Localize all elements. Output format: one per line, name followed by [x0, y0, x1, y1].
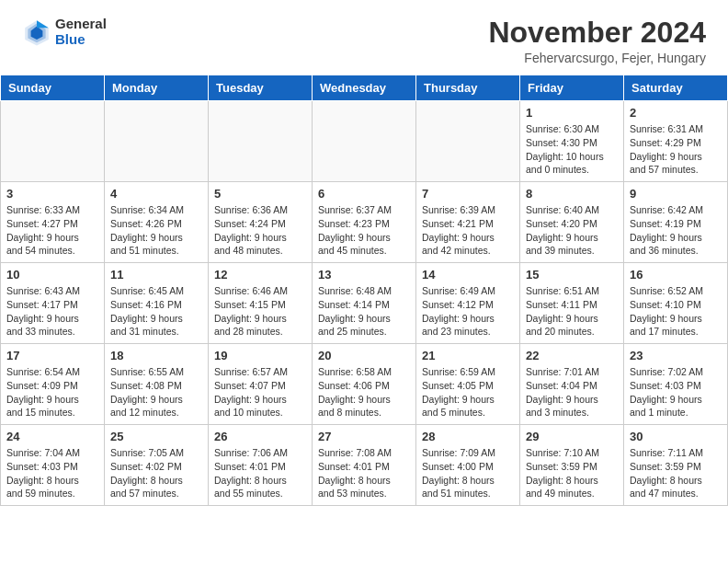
calendar-cell: 14Sunrise: 6:49 AMSunset: 4:12 PMDayligh… — [416, 263, 520, 344]
calendar-week-2: 3Sunrise: 6:33 AMSunset: 4:27 PMDaylight… — [1, 182, 728, 263]
day-number: 13 — [318, 268, 410, 282]
location: Fehervarcsurgo, Fejer, Hungary — [488, 51, 706, 65]
day-number: 25 — [110, 430, 202, 443]
calendar-cell: 29Sunrise: 7:10 AMSunset: 3:59 PMDayligh… — [520, 425, 624, 506]
logo-icon — [22, 17, 51, 47]
calendar-week-5: 24Sunrise: 7:04 AMSunset: 4:03 PMDayligh… — [1, 425, 728, 506]
calendar-cell: 16Sunrise: 6:52 AMSunset: 4:10 PMDayligh… — [624, 263, 728, 344]
day-number: 1 — [526, 106, 618, 120]
day-number: 10 — [6, 268, 98, 282]
day-info: Sunrise: 6:54 AMSunset: 4:09 PMDaylight:… — [6, 365, 98, 419]
calendar-cell: 28Sunrise: 7:09 AMSunset: 4:00 PMDayligh… — [416, 425, 520, 506]
day-number: 7 — [422, 187, 514, 201]
weekday-header-friday: Friday — [520, 75, 624, 101]
day-info: Sunrise: 6:33 AMSunset: 4:27 PMDaylight:… — [6, 203, 98, 258]
calendar-cell — [416, 101, 520, 182]
calendar-cell: 23Sunrise: 7:02 AMSunset: 4:03 PMDayligh… — [624, 344, 728, 425]
day-info: Sunrise: 6:58 AMSunset: 4:06 PMDaylight:… — [318, 365, 410, 419]
day-info: Sunrise: 7:05 AMSunset: 4:02 PMDaylight:… — [110, 446, 202, 500]
calendar-cell: 13Sunrise: 6:48 AMSunset: 4:14 PMDayligh… — [313, 263, 416, 344]
calendar-table: SundayMondayTuesdayWednesdayThursdayFrid… — [0, 75, 728, 506]
day-number: 12 — [214, 268, 306, 282]
calendar-cell: 7Sunrise: 6:39 AMSunset: 4:21 PMDaylight… — [416, 182, 520, 263]
weekday-header-monday: Monday — [105, 75, 209, 101]
day-info: Sunrise: 6:57 AMSunset: 4:07 PMDaylight:… — [214, 365, 306, 419]
calendar-cell: 22Sunrise: 7:01 AMSunset: 4:04 PMDayligh… — [520, 344, 624, 425]
day-number: 17 — [6, 349, 98, 362]
calendar-cell: 8Sunrise: 6:40 AMSunset: 4:20 PMDaylight… — [520, 182, 624, 263]
calendar-cell: 27Sunrise: 7:08 AMSunset: 4:01 PMDayligh… — [313, 425, 416, 506]
calendar-cell: 26Sunrise: 7:06 AMSunset: 4:01 PMDayligh… — [209, 425, 313, 506]
day-info: Sunrise: 6:37 AMSunset: 4:23 PMDaylight:… — [318, 203, 410, 258]
calendar-cell: 10Sunrise: 6:43 AMSunset: 4:17 PMDayligh… — [1, 263, 105, 344]
calendar-cell: 19Sunrise: 6:57 AMSunset: 4:07 PMDayligh… — [209, 344, 313, 425]
calendar-cell — [313, 101, 416, 182]
day-number: 4 — [110, 187, 202, 201]
day-info: Sunrise: 6:59 AMSunset: 4:05 PMDaylight:… — [422, 365, 514, 419]
day-info: Sunrise: 6:30 AMSunset: 4:30 PMDaylight:… — [526, 122, 618, 177]
day-info: Sunrise: 6:45 AMSunset: 4:16 PMDaylight:… — [110, 284, 202, 339]
day-number: 14 — [422, 268, 514, 282]
day-info: Sunrise: 7:02 AMSunset: 4:03 PMDaylight:… — [630, 365, 722, 419]
day-number: 19 — [214, 349, 306, 362]
day-info: Sunrise: 6:39 AMSunset: 4:21 PMDaylight:… — [422, 203, 514, 258]
day-number: 2 — [630, 106, 722, 120]
calendar-cell: 6Sunrise: 6:37 AMSunset: 4:23 PMDaylight… — [313, 182, 416, 263]
day-info: Sunrise: 6:49 AMSunset: 4:12 PMDaylight:… — [422, 284, 514, 339]
day-number: 3 — [6, 187, 98, 201]
day-number: 8 — [526, 187, 618, 201]
logo-general: General — [55, 17, 107, 32]
header: General Blue November 2024 Fehervarcsurg… — [0, 0, 728, 75]
day-info: Sunrise: 6:31 AMSunset: 4:29 PMDaylight:… — [630, 122, 722, 177]
calendar-cell: 1Sunrise: 6:30 AMSunset: 4:30 PMDaylight… — [520, 101, 624, 182]
day-info: Sunrise: 6:48 AMSunset: 4:14 PMDaylight:… — [318, 284, 410, 339]
day-number: 24 — [6, 430, 98, 443]
day-info: Sunrise: 6:42 AMSunset: 4:19 PMDaylight:… — [630, 203, 722, 258]
calendar-cell: 2Sunrise: 6:31 AMSunset: 4:29 PMDaylight… — [624, 101, 728, 182]
calendar-cell: 11Sunrise: 6:45 AMSunset: 4:16 PMDayligh… — [105, 263, 209, 344]
day-number: 21 — [422, 349, 514, 362]
day-info: Sunrise: 6:40 AMSunset: 4:20 PMDaylight:… — [526, 203, 618, 258]
day-number: 20 — [318, 349, 410, 362]
day-info: Sunrise: 6:46 AMSunset: 4:15 PMDaylight:… — [214, 284, 306, 339]
logo-blue: Blue — [55, 32, 107, 48]
logo: General Blue — [22, 17, 107, 47]
day-number: 30 — [630, 430, 722, 443]
day-info: Sunrise: 7:10 AMSunset: 3:59 PMDaylight:… — [526, 446, 618, 500]
day-number: 18 — [110, 349, 202, 362]
month-title: November 2024 — [488, 17, 706, 49]
day-info: Sunrise: 7:04 AMSunset: 4:03 PMDaylight:… — [6, 446, 98, 500]
weekday-header-tuesday: Tuesday — [209, 75, 313, 101]
calendar-cell — [105, 101, 209, 182]
title-block: November 2024 Fehervarcsurgo, Fejer, Hun… — [488, 17, 706, 65]
calendar-week-3: 10Sunrise: 6:43 AMSunset: 4:17 PMDayligh… — [1, 263, 728, 344]
logo-text: General Blue — [55, 17, 107, 47]
day-info: Sunrise: 7:09 AMSunset: 4:00 PMDaylight:… — [422, 446, 514, 500]
calendar-cell — [209, 101, 313, 182]
svg-marker-3 — [37, 20, 49, 28]
weekday-header-thursday: Thursday — [416, 75, 520, 101]
calendar-week-4: 17Sunrise: 6:54 AMSunset: 4:09 PMDayligh… — [1, 344, 728, 425]
calendar-cell: 12Sunrise: 6:46 AMSunset: 4:15 PMDayligh… — [209, 263, 313, 344]
day-info: Sunrise: 6:36 AMSunset: 4:24 PMDaylight:… — [214, 203, 306, 258]
day-info: Sunrise: 6:55 AMSunset: 4:08 PMDaylight:… — [110, 365, 202, 419]
day-info: Sunrise: 7:08 AMSunset: 4:01 PMDaylight:… — [318, 446, 410, 500]
day-number: 29 — [526, 430, 618, 443]
calendar-cell: 9Sunrise: 6:42 AMSunset: 4:19 PMDaylight… — [624, 182, 728, 263]
weekday-header-row: SundayMondayTuesdayWednesdayThursdayFrid… — [1, 75, 728, 101]
calendar-cell: 17Sunrise: 6:54 AMSunset: 4:09 PMDayligh… — [1, 344, 105, 425]
day-info: Sunrise: 6:52 AMSunset: 4:10 PMDaylight:… — [630, 284, 722, 339]
day-info: Sunrise: 6:34 AMSunset: 4:26 PMDaylight:… — [110, 203, 202, 258]
day-info: Sunrise: 6:43 AMSunset: 4:17 PMDaylight:… — [6, 284, 98, 339]
day-number: 28 — [422, 430, 514, 443]
calendar-cell: 21Sunrise: 6:59 AMSunset: 4:05 PMDayligh… — [416, 344, 520, 425]
calendar-cell: 5Sunrise: 6:36 AMSunset: 4:24 PMDaylight… — [209, 182, 313, 263]
calendar-cell: 3Sunrise: 6:33 AMSunset: 4:27 PMDaylight… — [1, 182, 105, 263]
calendar-cell: 15Sunrise: 6:51 AMSunset: 4:11 PMDayligh… — [520, 263, 624, 344]
calendar-cell — [1, 101, 105, 182]
day-number: 6 — [318, 187, 410, 201]
day-info: Sunrise: 7:01 AMSunset: 4:04 PMDaylight:… — [526, 365, 618, 419]
day-number: 9 — [630, 187, 722, 201]
calendar-cell: 18Sunrise: 6:55 AMSunset: 4:08 PMDayligh… — [105, 344, 209, 425]
day-info: Sunrise: 7:11 AMSunset: 3:59 PMDaylight:… — [630, 446, 722, 500]
